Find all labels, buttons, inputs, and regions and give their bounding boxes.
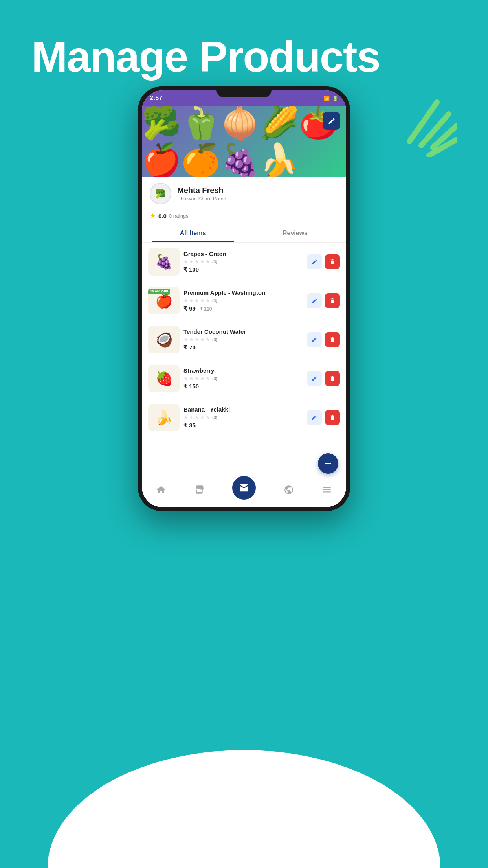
product-stars: ★ ★ ★ ★ ★ (0) xyxy=(183,259,303,265)
product-stars: ★ ★ ★ ★ ★ (0) xyxy=(183,337,303,342)
product-actions xyxy=(307,371,340,386)
product-image: 10.0% OFF 🍎 xyxy=(148,287,180,314)
edit-product-button[interactable] xyxy=(307,254,322,269)
banner-image: 🥦🫑🧅🌽🍅🍎🍊🍇🍌 xyxy=(142,106,346,177)
star-1: ★ xyxy=(183,375,188,381)
product-stars: ★ ★ ★ ★ ★ (0) xyxy=(183,375,303,381)
star-3: ★ xyxy=(194,337,199,342)
product-actions xyxy=(307,254,340,269)
edit-product-button[interactable] xyxy=(307,332,322,347)
product-item: 🍓 Strawberry ★ ★ ★ ★ ★ (0) ₹ 150 xyxy=(142,359,346,398)
product-item: 🍇 Grapes - Green ★ ★ ★ ★ ★ (0) ₹ 100 xyxy=(142,243,346,281)
status-time: 2:57 xyxy=(150,95,162,102)
product-stars: ★ ★ ★ ★ ★ (0) xyxy=(183,298,303,303)
star-2: ★ xyxy=(189,337,194,342)
delete-product-button[interactable] xyxy=(325,332,340,347)
star-5: ★ xyxy=(205,414,210,420)
nav-earnings[interactable] xyxy=(284,485,294,495)
product-item: 10.0% OFF 🍎 Premium Apple - Washington ★… xyxy=(142,281,346,320)
star-3: ★ xyxy=(194,375,199,381)
nav-menu[interactable] xyxy=(322,485,332,495)
rating-star: ★ xyxy=(150,211,156,220)
product-item: 🍌 Banana - Yelakki ★ ★ ★ ★ ★ (0) ₹ 35 xyxy=(142,398,346,437)
star-3: ★ xyxy=(194,298,199,303)
delete-product-button[interactable] xyxy=(325,371,340,386)
star-1: ★ xyxy=(183,259,188,265)
product-image: 🍇 xyxy=(148,248,180,276)
delete-product-button[interactable] xyxy=(325,254,340,269)
star-2: ★ xyxy=(189,298,194,303)
nav-home[interactable] xyxy=(156,485,166,495)
product-name: Banana - Yelakki xyxy=(183,406,303,413)
star-2: ★ xyxy=(189,375,194,381)
product-name: Strawberry xyxy=(183,367,303,374)
tab-reviews[interactable]: Reviews xyxy=(244,224,346,242)
review-count: (0) xyxy=(212,415,217,420)
star-1: ★ xyxy=(183,337,188,342)
rating-value: 0.0 xyxy=(158,213,167,219)
store-edit-button[interactable] xyxy=(323,112,340,130)
product-price: ₹ 100 xyxy=(183,266,303,273)
star-2: ★ xyxy=(189,414,194,420)
edit-product-button[interactable] xyxy=(307,410,322,425)
battery-icon: 🔋 xyxy=(332,96,338,101)
delete-product-button[interactable] xyxy=(325,410,340,425)
product-item: 🥥 Tender Coconut Water ★ ★ ★ ★ ★ (0) ₹ 7… xyxy=(142,320,346,359)
product-list: 🍇 Grapes - Green ★ ★ ★ ★ ★ (0) ₹ 100 xyxy=(142,243,346,463)
rating-count: 0 ratings xyxy=(169,213,189,219)
tab-all-items[interactable]: All Items xyxy=(142,224,244,242)
add-product-fab[interactable] xyxy=(318,453,338,474)
decorative-lines xyxy=(378,79,457,157)
discount-badge: 10.0% OFF xyxy=(148,289,170,294)
store-info: 🥦 Mehta Fresh Phulwari Sharif Patna xyxy=(142,177,346,208)
store-rating: ★ 0.0 0 ratings xyxy=(142,211,346,220)
review-count: (0) xyxy=(212,337,217,342)
star-4: ★ xyxy=(200,414,205,420)
signal-icon: 📶 xyxy=(323,96,330,101)
star-4: ★ xyxy=(200,375,205,381)
nav-shop[interactable] xyxy=(194,485,204,495)
store-logo-emoji: 🥦 xyxy=(155,189,166,199)
product-details: Premium Apple - Washington ★ ★ ★ ★ ★ (0)… xyxy=(180,289,307,312)
product-image: 🥥 xyxy=(148,326,180,353)
star-4: ★ xyxy=(200,259,205,265)
edit-product-button[interactable] xyxy=(307,293,322,308)
product-actions xyxy=(307,293,340,308)
store-name: Mehta Fresh xyxy=(177,186,338,195)
star-5: ★ xyxy=(205,259,210,265)
star-3: ★ xyxy=(194,414,199,420)
product-image: 🍓 xyxy=(148,365,180,392)
phone-screen: 2:57 📶 🔋 🥦🫑🧅🌽🍅🍎🍊🍇🍌 🥦 Meh xyxy=(142,90,346,507)
product-price: ₹ 35 xyxy=(183,422,303,429)
original-price: ₹ 110 xyxy=(200,306,212,312)
nav-store[interactable] xyxy=(232,476,256,500)
product-details: Tender Coconut Water ★ ★ ★ ★ ★ (0) ₹ 70 xyxy=(180,328,307,351)
bottom-navigation xyxy=(142,476,346,507)
review-count: (0) xyxy=(212,298,217,303)
star-2: ★ xyxy=(189,259,194,265)
product-details: Strawberry ★ ★ ★ ★ ★ (0) ₹ 150 xyxy=(180,367,307,390)
star-5: ★ xyxy=(205,298,210,303)
edit-product-button[interactable] xyxy=(307,371,322,386)
delete-product-button[interactable] xyxy=(325,293,340,308)
star-5: ★ xyxy=(205,375,210,381)
phone-frame: 2:57 📶 🔋 🥦🫑🧅🌽🍅🍎🍊🍇🍌 🥦 Meh xyxy=(138,86,350,511)
star-5: ★ xyxy=(205,337,210,342)
product-details: Banana - Yelakki ★ ★ ★ ★ ★ (0) ₹ 35 xyxy=(180,406,307,429)
store-banner: 🥦🫑🧅🌽🍅🍎🍊🍇🍌 xyxy=(142,106,346,177)
product-price: ₹ 99 ₹ 110 xyxy=(183,305,303,312)
product-actions xyxy=(307,410,340,425)
star-1: ★ xyxy=(183,414,188,420)
star-4: ★ xyxy=(200,298,205,303)
phone-notch xyxy=(216,86,272,97)
status-icons: 📶 🔋 xyxy=(323,96,338,101)
page-title: Manage Products xyxy=(31,31,380,81)
product-details: Grapes - Green ★ ★ ★ ★ ★ (0) ₹ 100 xyxy=(180,250,307,273)
store-address: Phulwari Sharif Patna xyxy=(177,196,338,202)
product-price: ₹ 70 xyxy=(183,344,303,351)
review-count: (0) xyxy=(212,259,217,264)
product-price: ₹ 150 xyxy=(183,383,303,390)
store-details: Mehta Fresh Phulwari Sharif Patna xyxy=(177,186,338,202)
star-4: ★ xyxy=(200,337,205,342)
product-stars: ★ ★ ★ ★ ★ (0) xyxy=(183,414,303,420)
